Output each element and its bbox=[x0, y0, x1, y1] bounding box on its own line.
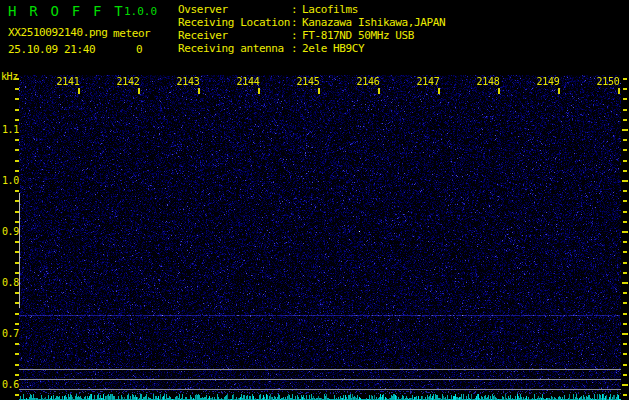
freq-minor-tick bbox=[623, 170, 627, 172]
app-version: 1.0.0 bbox=[124, 5, 157, 18]
freq-axis-unit-label: kHz bbox=[1, 71, 18, 82]
time-tick bbox=[258, 88, 260, 94]
time-tick bbox=[198, 88, 200, 94]
station-info-label: Receiving antenna bbox=[178, 42, 291, 55]
time-tick-label: 2146 bbox=[355, 76, 381, 87]
freq-minor-tick bbox=[623, 374, 627, 376]
station-info-colon: : bbox=[291, 29, 302, 42]
freq-minor-tick bbox=[623, 200, 627, 202]
station-info-colon: : bbox=[291, 3, 302, 16]
freq-minor-tick bbox=[623, 241, 627, 243]
time-tick bbox=[618, 88, 620, 94]
meteor-count-value: 0 bbox=[120, 43, 158, 56]
spectrogram-noise-canvas bbox=[19, 75, 621, 392]
time-tick-label: 2147 bbox=[415, 76, 441, 87]
freq-minor-tick bbox=[623, 343, 627, 345]
mode-label: meteor bbox=[113, 27, 150, 40]
freq-minor-tick bbox=[623, 302, 627, 304]
freq-minor-tick bbox=[623, 353, 627, 355]
station-info-label: Receiving Location bbox=[178, 16, 291, 29]
level-reference-line bbox=[19, 379, 621, 380]
freq-minor-tick bbox=[623, 251, 627, 253]
freq-minor-tick bbox=[623, 292, 627, 294]
station-info-value: FT-817ND 50MHz USB bbox=[302, 29, 414, 42]
datetime-label: 25.10.09 21:40 bbox=[8, 43, 95, 56]
freq-major-tick bbox=[622, 333, 628, 335]
freq-minor-tick bbox=[623, 211, 627, 213]
time-tick bbox=[138, 88, 140, 94]
time-tick bbox=[78, 88, 80, 94]
time-tick-label: 2149 bbox=[535, 76, 561, 87]
freq-minor-tick bbox=[623, 139, 627, 141]
freq-major-tick bbox=[622, 129, 628, 131]
station-info-row: Ovserver:Lacofilms bbox=[178, 3, 358, 16]
time-tick bbox=[558, 88, 560, 94]
freq-minor-tick bbox=[623, 160, 627, 162]
time-tick bbox=[318, 88, 320, 94]
freq-minor-tick bbox=[623, 313, 627, 315]
time-tick-label: 2143 bbox=[175, 76, 201, 87]
time-tick-label: 2150 bbox=[595, 76, 621, 87]
freq-major-tick bbox=[622, 231, 628, 233]
station-info-label: Receiver bbox=[178, 29, 291, 42]
time-tick bbox=[498, 88, 500, 94]
station-info-label: Ovserver bbox=[178, 3, 291, 16]
level-reference-line bbox=[19, 369, 621, 370]
time-tick-label: 2141 bbox=[55, 76, 81, 87]
output-filename: XX2510092140.png bbox=[8, 26, 108, 39]
freq-minor-tick bbox=[623, 119, 627, 121]
freq-minor-tick bbox=[623, 88, 627, 90]
freq-major-tick bbox=[622, 282, 628, 284]
freq-minor-tick bbox=[623, 272, 627, 274]
time-tick-label: 2144 bbox=[235, 76, 261, 87]
freq-minor-tick bbox=[623, 364, 627, 366]
freq-minor-tick bbox=[623, 262, 627, 264]
freq-minor-tick bbox=[623, 78, 627, 80]
station-info-row: Receiving antenna:2ele HB9CY bbox=[178, 42, 364, 55]
freq-major-tick bbox=[622, 180, 628, 182]
freq-minor-tick bbox=[623, 149, 627, 151]
freq-major-tick bbox=[622, 384, 628, 386]
station-info-colon: : bbox=[291, 16, 302, 29]
time-tick bbox=[438, 88, 440, 94]
station-info-row: Receiving Location:Kanazawa Ishikawa,JAP… bbox=[178, 16, 445, 29]
station-info-value: Lacofilms bbox=[302, 3, 358, 16]
station-info-value: Kanazawa Ishikawa,JAPAN bbox=[302, 16, 445, 29]
app-title: H R O F F T bbox=[8, 3, 125, 19]
station-info-colon: : bbox=[291, 42, 302, 55]
freq-minor-tick bbox=[623, 109, 627, 111]
freq-minor-tick bbox=[623, 221, 627, 223]
time-tick-label: 2145 bbox=[295, 76, 321, 87]
signal-level-strip-canvas bbox=[19, 391, 621, 400]
station-info-row: Receiver:FT-817ND 50MHz USB bbox=[178, 29, 414, 42]
freq-minor-tick bbox=[623, 323, 627, 325]
freq-minor-tick bbox=[623, 190, 627, 192]
time-tick-label: 2148 bbox=[475, 76, 501, 87]
spectrogram-area: 2141214221432144214521462147214821492150 bbox=[19, 75, 621, 392]
freq-minor-tick bbox=[623, 98, 627, 100]
time-tick bbox=[378, 88, 380, 94]
freq-minor-tick bbox=[623, 394, 627, 396]
hrofft-window: H R O F F T 1.0.0 XX2510092140.png meteo… bbox=[0, 0, 629, 400]
level-reference-line bbox=[19, 389, 621, 390]
station-info-value: 2ele HB9CY bbox=[302, 42, 364, 55]
time-tick-label: 2142 bbox=[115, 76, 141, 87]
detection-window-marker bbox=[19, 193, 20, 308]
